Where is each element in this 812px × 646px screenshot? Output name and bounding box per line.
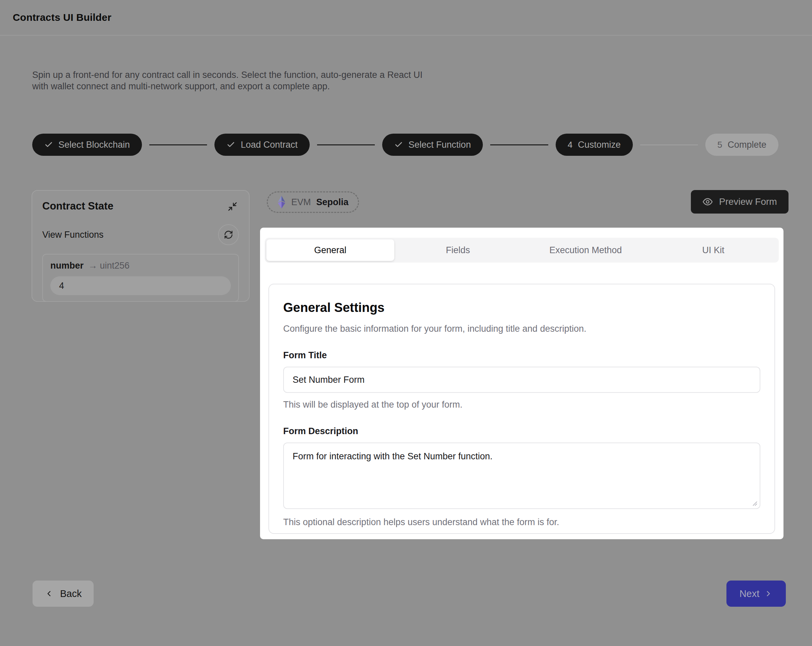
step-connector <box>149 144 207 145</box>
tab-execution-method[interactable]: Execution Method <box>522 239 650 261</box>
next-button-label: Next <box>740 588 760 599</box>
general-settings-card: General Settings Configure the basic inf… <box>269 284 775 534</box>
network-name-label: Sepolia <box>316 197 349 208</box>
back-button-label: Back <box>60 588 81 599</box>
preview-form-button[interactable]: Preview Form <box>691 190 789 214</box>
network-platform-label: EVM <box>291 197 311 208</box>
function-return-type: → uint256 <box>88 260 130 271</box>
contract-state-panel: Contract State View Functions number → u… <box>32 190 250 302</box>
check-icon <box>44 140 53 149</box>
step-connector <box>640 144 698 145</box>
view-functions-label: View Functions <box>42 230 104 240</box>
step-number: 5 <box>717 140 722 150</box>
step-customize[interactable]: 4 Customize <box>556 134 633 156</box>
step-load-contract[interactable]: Load Contract <box>214 134 310 156</box>
customize-tabs: General Fields Execution Method UI Kit <box>265 238 779 263</box>
app-header: Contracts UI Builder <box>0 0 812 35</box>
check-icon <box>394 140 403 149</box>
step-connector <box>490 144 548 145</box>
back-button[interactable]: Back <box>32 580 94 607</box>
step-label: Complete <box>727 140 766 150</box>
step-select-function[interactable]: Select Function <box>382 134 483 156</box>
form-title-help: This will be displayed at the top of you… <box>283 400 760 410</box>
step-select-blockchain[interactable]: Select Blockchain <box>32 134 142 156</box>
step-label: Load Contract <box>241 140 298 150</box>
chevron-left-icon <box>44 589 53 598</box>
refresh-button[interactable] <box>218 224 239 245</box>
contract-state-title: Contract State <box>42 200 113 212</box>
refresh-icon <box>224 230 233 239</box>
form-description-help: This optional description helps users un… <box>283 517 760 528</box>
function-value: 4 <box>50 276 231 295</box>
ethereum-icon <box>277 195 286 209</box>
general-settings-title: General Settings <box>283 300 760 315</box>
next-button[interactable]: Next <box>727 580 786 607</box>
network-badge[interactable]: EVM Sepolia <box>267 191 359 213</box>
function-result-card[interactable]: number → uint256 4 <box>42 254 239 302</box>
tab-ui-kit[interactable]: UI Kit <box>650 239 777 261</box>
app-title: Contracts UI Builder <box>13 12 111 23</box>
tab-general[interactable]: General <box>266 239 394 261</box>
preview-form-label: Preview Form <box>719 196 777 207</box>
wizard-stepper: Select Blockchain Load Contract Select F… <box>32 134 778 156</box>
function-name: number <box>50 260 84 271</box>
collapse-panel-button[interactable] <box>226 200 239 213</box>
tab-fields[interactable]: Fields <box>394 239 522 261</box>
minimize-icon <box>227 202 238 211</box>
form-title-input[interactable] <box>283 367 760 393</box>
step-complete[interactable]: 5 Complete <box>705 134 778 156</box>
intro-text: Spin up a front-end for any contract cal… <box>32 69 425 92</box>
step-label: Customize <box>578 140 621 150</box>
form-description-textarea[interactable]: Form for interacting with the Set Number… <box>283 442 760 509</box>
eye-icon <box>702 196 713 207</box>
step-number: 4 <box>568 140 572 150</box>
customize-panel: General Fields Execution Method UI Kit G… <box>260 228 783 539</box>
step-connector <box>317 144 375 145</box>
chevron-right-icon <box>764 589 773 598</box>
check-icon <box>226 140 235 149</box>
form-title-label: Form Title <box>283 350 760 361</box>
general-settings-description: Configure the basic information for your… <box>283 324 760 334</box>
step-label: Select Function <box>408 140 471 150</box>
resize-handle-icon[interactable] <box>752 500 758 506</box>
step-label: Select Blockchain <box>58 140 130 150</box>
form-description-label: Form Description <box>283 426 760 436</box>
